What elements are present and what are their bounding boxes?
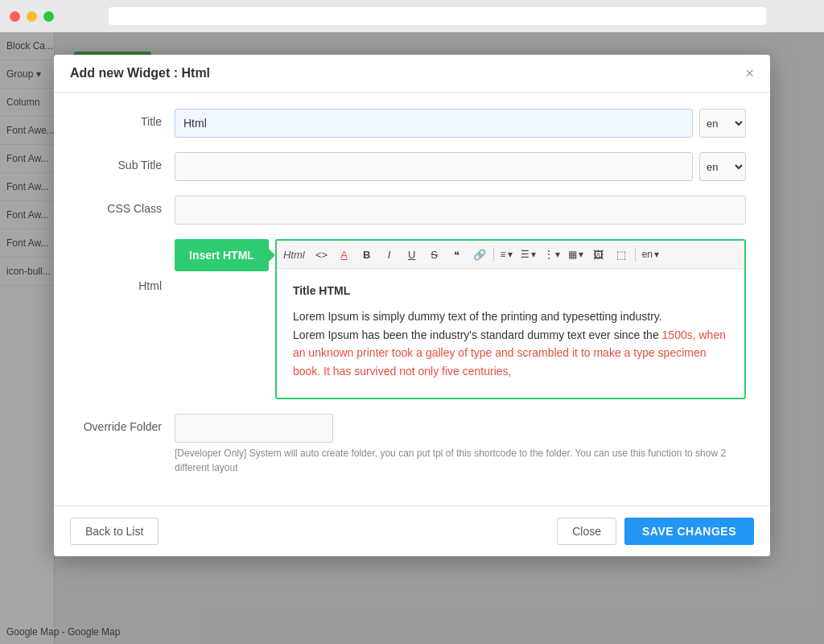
override-folder-hint: [Developer Only] System will auto create…: [175, 446, 746, 475]
subtitle-row: Sub Title en: [78, 152, 746, 181]
modal-footer: Back to List Close SAVE CHANGES: [54, 506, 770, 556]
html-editor: Html <> A B I U S ❝ 🔗 ≡ ▾ ☰ ▾ ⋮ ▾ ▦ ▾: [275, 239, 746, 399]
css-class-input[interactable]: [175, 196, 746, 225]
toolbar-strikethrough-btn[interactable]: S: [424, 244, 445, 265]
editor-label: Html: [283, 249, 305, 261]
editor-toolbar: Html <> A B I U S ❝ 🔗 ≡ ▾ ☰ ▾ ⋮ ▾ ▦ ▾: [277, 241, 744, 269]
subtitle-label: Sub Title: [78, 152, 175, 171]
override-folder-input[interactable]: [175, 414, 333, 443]
override-folder-row: Override Folder [Developer Only] System …: [78, 414, 746, 475]
modal-header: Add new Widget : Html ×: [54, 55, 770, 93]
toolbar-code-btn[interactable]: <>: [311, 244, 332, 265]
toolbar-quote-btn[interactable]: ❝: [447, 244, 468, 265]
modal-title: Add new Widget : Html: [70, 66, 210, 80]
back-to-list-button[interactable]: Back to List: [70, 518, 159, 545]
toolbar-link-btn[interactable]: 🔗: [469, 244, 490, 265]
toolbar-widget-btn[interactable]: ⬚: [611, 244, 632, 265]
close-button[interactable]: [10, 11, 20, 22]
toolbar-align-dropdown[interactable]: ≡ ▾: [497, 247, 516, 262]
toolbar-underline-btn[interactable]: U: [402, 244, 422, 265]
toolbar-indent-dropdown[interactable]: ⋮ ▾: [541, 247, 563, 262]
toolbar-italic-btn[interactable]: I: [379, 244, 400, 265]
url-bar: [109, 7, 766, 25]
insert-html-button[interactable]: Insert HTML: [175, 239, 269, 271]
editor-content-area[interactable]: Title HTML Lorem Ipsum is simply dummy t…: [277, 269, 744, 398]
modal-body: Title en Sub Title en CSS Class Html Ins…: [54, 93, 770, 506]
toolbar-divider-1: [493, 247, 494, 262]
titlebar: [0, 0, 824, 32]
modal-close-button[interactable]: ×: [745, 66, 754, 80]
toolbar-lang-dropdown[interactable]: en ▾: [639, 247, 662, 262]
title-input[interactable]: [175, 109, 693, 138]
html-editor-row: Html Insert HTML Html <> A B I U S ❝ 🔗: [78, 239, 746, 399]
toolbar-font-color-btn[interactable]: A: [334, 244, 355, 265]
minimize-button[interactable]: [27, 11, 37, 22]
content-body: Lorem Ipsum is simply dummy text of the …: [293, 308, 728, 380]
override-folder-label: Override Folder: [78, 414, 175, 433]
content-text-1: Lorem Ipsum is simply dummy text of the …: [293, 310, 662, 323]
subtitle-input[interactable]: [175, 152, 693, 181]
close-button[interactable]: Close: [557, 518, 616, 545]
toolbar-divider-2: [635, 247, 636, 262]
maximize-button[interactable]: [43, 11, 54, 22]
title-lang-select[interactable]: en: [699, 109, 746, 138]
html-editor-label: Html: [78, 239, 175, 292]
save-changes-button[interactable]: SAVE CHANGES: [624, 518, 754, 545]
toolbar-table-dropdown[interactable]: ▦ ▾: [565, 247, 587, 262]
add-widget-modal: Add new Widget : Html × Title en Sub Tit…: [54, 55, 770, 556]
toolbar-bold-btn[interactable]: B: [356, 244, 377, 265]
content-title: Title HTML: [293, 282, 728, 299]
toolbar-image-btn[interactable]: 🖼: [588, 244, 609, 265]
css-class-row: CSS Class: [78, 196, 746, 225]
content-text-2-start: Lorem Ipsum has been the industry's stan…: [293, 328, 662, 341]
css-class-label: CSS Class: [78, 196, 175, 215]
toolbar-list-dropdown[interactable]: ☰ ▾: [517, 247, 539, 262]
subtitle-lang-select[interactable]: en: [699, 152, 746, 181]
title-row: Title en: [78, 109, 746, 138]
title-label: Title: [78, 109, 175, 128]
footer-right-buttons: Close SAVE CHANGES: [557, 518, 754, 545]
